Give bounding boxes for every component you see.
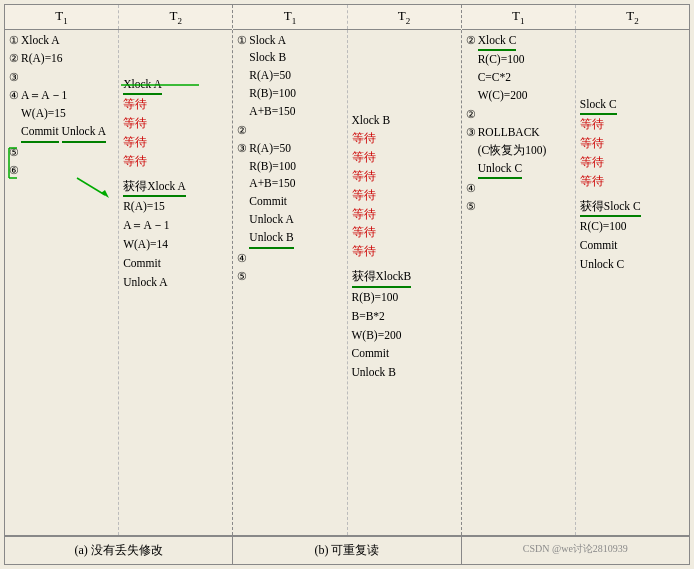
entry-line: Xlock C: [478, 32, 517, 52]
entry-line: A+B=150: [249, 103, 296, 121]
entry-text: 获得XlockB: [352, 268, 412, 288]
t2-entry-get: 获得Xlock A: [123, 178, 228, 198]
entry-text: 等待: [123, 96, 147, 114]
section-a-t2-col: Xlock A 等待 等待 等待 等待: [119, 30, 232, 535]
entry-text: Commit: [580, 237, 618, 255]
t2c-unlock: Unlock C: [580, 256, 685, 274]
section-b: T1 T2 ① Slock A Slock B R(A)=50 R(B)=100…: [233, 5, 461, 535]
entry-text: 等待: [580, 116, 604, 134]
entry-c1: ② Xlock C R(C)=100 C=C*2 W(C)=200: [466, 32, 571, 105]
entry-text: 等待: [352, 149, 376, 167]
row-num: ④: [9, 87, 21, 142]
row-num: ③: [9, 69, 21, 86]
entry-text: 获得Slock C: [580, 198, 641, 218]
row-num: ⑤: [237, 268, 249, 285]
entry-text: B=B*2: [352, 308, 385, 326]
t2b-get: 获得XlockB: [352, 268, 457, 288]
t2c-wait1: 等待: [580, 116, 685, 134]
entry-text: W(A)=14: [123, 236, 168, 254]
t2b-wait7: 等待: [352, 243, 457, 261]
section-c-t2-header: T2: [576, 5, 689, 29]
entry-line: (C恢复为100): [478, 142, 547, 160]
t2b-rb: R(B)=100: [352, 289, 457, 307]
entry-line: C=C*2: [478, 69, 528, 87]
row-num: ③: [466, 124, 478, 179]
footer-label-b: (b) 可重复读: [233, 537, 461, 564]
entry-line: A＝A－1: [21, 87, 106, 105]
t2b-wait4: 等待: [352, 187, 457, 205]
entry-multiline: ROLLBACK (C恢复为100) Unlock C: [478, 124, 547, 179]
t2b-wait3: 等待: [352, 168, 457, 186]
t2b-wait2: 等待: [352, 149, 457, 167]
svg-marker-4: [101, 190, 109, 198]
t2c-wait2: 等待: [580, 135, 685, 153]
spacer: [580, 32, 685, 96]
row-num: ③: [237, 140, 249, 249]
t2b-wait6: 等待: [352, 224, 457, 242]
row-num: ④: [237, 250, 249, 267]
entry-text: Xlock B: [352, 112, 391, 130]
entry-a3: ③: [9, 69, 114, 86]
entry-text: 等待: [352, 187, 376, 205]
row-num: ①: [237, 32, 249, 121]
t2c-rc: R(C)=100: [580, 218, 685, 236]
spacer: [123, 32, 228, 76]
entry-line: Unlock C: [478, 160, 522, 180]
section-a-headers: T1 T2: [5, 5, 232, 30]
entry-text: 获得Xlock A: [123, 178, 186, 198]
entry-text: A＝A－1: [123, 217, 169, 235]
entry-text: R(C)=100: [580, 218, 627, 236]
row-num: ②: [466, 106, 478, 123]
section-c-t2-col: Slock C 等待 等待 等待 等待: [576, 30, 689, 535]
entry-line: A+B=150: [249, 175, 296, 193]
entry-text: Commit: [123, 255, 161, 273]
entry-a5: ⑤: [9, 144, 114, 161]
entry-a2: ② R(A)=16: [9, 50, 114, 68]
entry-line: R(A)=50: [249, 67, 296, 85]
row-num: ④: [466, 180, 478, 197]
entry-multiline: Slock A Slock B R(A)=50 R(B)=100 A+B=150: [249, 32, 296, 121]
entry-text: 等待: [352, 168, 376, 186]
footer-watermark: CSDN @we讨论2810939: [462, 537, 689, 564]
t2-entry-wait4: 等待: [123, 153, 228, 171]
spacer: [352, 32, 457, 112]
entry-line: R(C)=100: [478, 51, 528, 69]
footer: (a) 没有丢失修改 (b) 可重复读 CSDN @we讨论2810939: [4, 536, 690, 565]
entry-text: W(B)=200: [352, 327, 402, 345]
row-num: ⑤: [9, 144, 21, 161]
entry-b2: ②: [237, 122, 342, 139]
t2c-slock: Slock C: [580, 96, 685, 116]
entry-b4: ④: [237, 250, 342, 267]
section-c: T1 T2 ② Xlock C R(C)=100 C=C*2 W(C)=200: [462, 5, 689, 535]
entry-text: R(B)=100: [352, 289, 399, 307]
entry-text: R(A)=15: [123, 198, 165, 216]
row-num: ⑤: [466, 198, 478, 215]
entry-a4: ④ A＝A－1 W(A)=15 Commit Unlock A: [9, 87, 114, 142]
t2b-wb: W(B)=200: [352, 327, 457, 345]
entry-text: R(A)=16: [21, 50, 63, 68]
entry-c3: ③ ROLLBACK (C恢复为100) Unlock C: [466, 124, 571, 179]
entry-text: 等待: [352, 224, 376, 242]
entry-c5: ⑤: [466, 198, 571, 215]
entry-text: 等待: [123, 134, 147, 152]
t2-entry-commit: Commit: [123, 255, 228, 273]
entry-text: Slock C: [580, 96, 617, 116]
row-num: ②: [9, 50, 21, 68]
entry-line: R(B)=100: [249, 158, 296, 176]
t2b-bb: B=B*2: [352, 308, 457, 326]
entry-text: 等待: [580, 135, 604, 153]
entry-text: Unlock C: [580, 256, 624, 274]
section-c-body: ② Xlock C R(C)=100 C=C*2 W(C)=200 ② ③: [462, 30, 689, 535]
entry-line: R(B)=100: [249, 85, 296, 103]
section-b-t2-header: T2: [348, 5, 461, 29]
entry-text: Unlock B: [352, 364, 396, 382]
entry-c2: ②: [466, 106, 571, 123]
entry-text: 等待: [123, 153, 147, 171]
footer-label-a: (a) 没有丢失修改: [5, 537, 233, 564]
entry-b1: ① Slock A Slock B R(A)=50 R(B)=100 A+B=1…: [237, 32, 342, 121]
svg-line-3: [77, 178, 105, 195]
t2-entry-wait2: 等待: [123, 115, 228, 133]
entry-line: Unlock B: [249, 229, 293, 249]
entry-text: 等待: [580, 173, 604, 191]
t2-entry-wait3: 等待: [123, 134, 228, 152]
